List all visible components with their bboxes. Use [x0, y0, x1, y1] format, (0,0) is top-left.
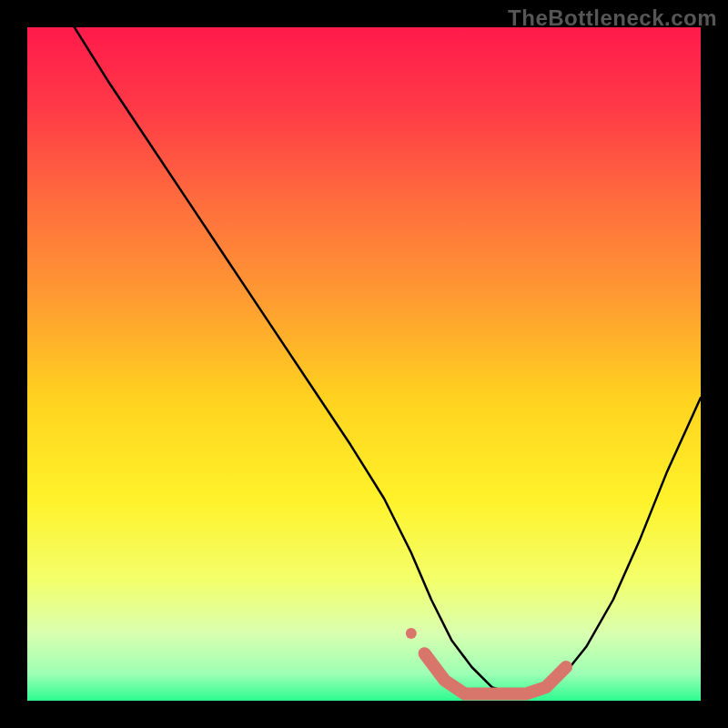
chart-frame: TheBottleneck.com — [0, 0, 728, 728]
plot-area — [27, 27, 701, 701]
chart-svg — [27, 27, 701, 701]
gradient-background — [27, 27, 701, 701]
watermark-text: TheBottleneck.com — [508, 5, 717, 31]
optimal-band-start-dot — [406, 628, 417, 639]
